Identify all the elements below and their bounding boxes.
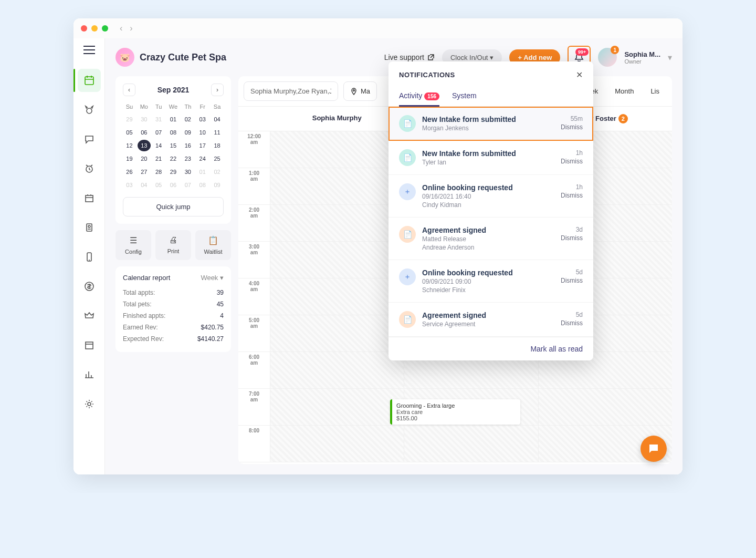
cal-prev[interactable]: ‹ — [123, 84, 135, 96]
notification-dismiss[interactable]: Dismiss — [561, 123, 583, 131]
cal-day[interactable]: 04 — [211, 113, 224, 125]
nav-calendar[interactable] — [78, 69, 101, 92]
notification-dismiss[interactable]: Dismiss — [561, 234, 583, 242]
history-back[interactable]: ‹ — [120, 24, 122, 33]
cal-day[interactable]: 20 — [138, 153, 151, 164]
cal-day[interactable]: 17 — [196, 140, 209, 151]
nav-reminders[interactable] — [78, 157, 101, 180]
window-maximize[interactable] — [102, 25, 108, 32]
schedule-cell[interactable] — [270, 315, 404, 352]
notification-item[interactable]: ＋ Online booking requested 09/16/2021 16… — [388, 175, 593, 218]
nav-records[interactable] — [78, 216, 101, 239]
cal-day[interactable]: 21 — [152, 153, 165, 164]
schedule-cell[interactable] — [538, 389, 672, 425]
cal-day[interactable]: 03 — [196, 113, 209, 125]
schedule-cell[interactable] — [270, 205, 404, 241]
cal-day[interactable]: 31 — [152, 113, 165, 125]
cal-day[interactable]: 29 — [167, 166, 180, 178]
schedule-cell[interactable] — [270, 131, 404, 168]
user-menu[interactable]: Sophia M... Owner — [624, 50, 660, 65]
nav-pets[interactable] — [78, 98, 101, 121]
nav-crown[interactable] — [78, 304, 101, 327]
cal-day[interactable]: 10 — [196, 127, 209, 138]
notification-item[interactable]: ＋ Online booking requested 09/09/2021 09… — [388, 260, 593, 303]
chat-fab[interactable] — [640, 436, 667, 462]
cal-day[interactable]: 04 — [138, 179, 151, 191]
quick-jump-button[interactable]: Quick jump — [123, 197, 224, 216]
cal-day[interactable]: 30 — [181, 166, 194, 178]
history-forward[interactable]: › — [130, 24, 132, 33]
notification-item[interactable]: 📄 New Intake form submitted Tyler Ian 1h… — [388, 141, 593, 175]
nav-phone[interactable] — [78, 245, 101, 268]
cal-day[interactable]: 03 — [123, 179, 136, 191]
config-button[interactable]: ☰Config — [116, 230, 151, 260]
cal-day[interactable]: 08 — [167, 127, 180, 138]
nav-settings[interactable] — [78, 392, 101, 416]
cal-day[interactable]: 23 — [181, 153, 194, 164]
cal-day[interactable]: 07 — [152, 127, 165, 138]
mark-all-read[interactable]: Mark all as read — [388, 337, 593, 360]
view-list[interactable]: Lis — [643, 83, 667, 99]
cal-day[interactable]: 05 — [152, 179, 165, 191]
staff-filter-input[interactable] — [244, 81, 338, 101]
nav-reports[interactable] — [78, 363, 101, 386]
cal-day[interactable]: 25 — [211, 153, 224, 164]
tab-system[interactable]: System — [452, 88, 477, 106]
report-period-select[interactable]: Week ▾ — [201, 274, 224, 282]
appointment-card[interactable]: Grooming - Extra large Extra care $155.0… — [390, 399, 520, 425]
cal-day[interactable]: 07 — [181, 179, 194, 191]
nav-billing[interactable] — [78, 275, 101, 298]
notification-item[interactable]: 📄 Agreement signed Matted Release Andrea… — [388, 218, 593, 260]
notification-dismiss[interactable]: Dismiss — [561, 192, 583, 199]
cal-day[interactable]: 06 — [167, 179, 180, 191]
cal-day[interactable]: 01 — [167, 113, 180, 125]
staff-column-header[interactable]: Sophia Murphy — [270, 107, 404, 131]
cal-day[interactable]: 01 — [196, 166, 209, 178]
cal-day[interactable]: 22 — [167, 153, 180, 164]
waitlist-button[interactable]: 📋Waitlist — [195, 230, 231, 260]
nav-messages[interactable] — [78, 128, 101, 151]
cal-day[interactable]: 09 — [211, 179, 224, 191]
cal-day[interactable]: 27 — [138, 166, 151, 178]
cal-day[interactable]: 02 — [211, 166, 224, 178]
map-button[interactable]: Ma — [343, 81, 377, 101]
cal-day[interactable]: 16 — [181, 140, 194, 151]
cal-day[interactable]: 30 — [138, 113, 151, 125]
schedule-cell[interactable] — [404, 426, 538, 462]
nav-store[interactable] — [78, 334, 101, 357]
cal-day[interactable]: 06 — [138, 127, 151, 138]
user-avatar[interactable]: 1 — [598, 48, 617, 67]
menu-toggle[interactable] — [83, 46, 95, 54]
cal-day[interactable]: 09 — [181, 127, 194, 138]
schedule-cell[interactable] — [270, 426, 404, 462]
cal-day[interactable]: 11 — [211, 127, 224, 138]
view-month[interactable]: Month — [607, 83, 641, 99]
schedule-cell[interactable] — [270, 168, 404, 204]
window-close[interactable] — [81, 25, 87, 32]
schedule-cell[interactable] — [270, 352, 404, 388]
print-button[interactable]: 🖨Print — [155, 230, 191, 260]
notification-dismiss[interactable]: Dismiss — [561, 158, 583, 165]
cal-day[interactable]: 12 — [123, 140, 136, 151]
cal-day[interactable]: 29 — [123, 113, 136, 125]
cal-next[interactable]: › — [211, 84, 224, 96]
cal-day[interactable]: 18 — [211, 140, 224, 151]
schedule-cell[interactable] — [270, 242, 404, 278]
cal-day[interactable]: 19 — [123, 153, 136, 164]
nav-schedule[interactable] — [78, 187, 101, 210]
cal-day[interactable]: 13 — [138, 140, 151, 151]
cal-day[interactable]: 24 — [196, 153, 209, 164]
cal-day[interactable]: 05 — [123, 127, 136, 138]
cal-day[interactable]: 08 — [196, 179, 209, 191]
window-minimize[interactable] — [91, 25, 98, 32]
notification-item[interactable]: 📄 Agreement signed Service Agreement 5d … — [388, 303, 593, 337]
tab-activity[interactable]: Activity156 — [399, 88, 439, 106]
notification-dismiss[interactable]: Dismiss — [561, 319, 583, 327]
schedule-cell[interactable] — [270, 389, 404, 425]
cal-day[interactable]: 15 — [167, 140, 180, 151]
notification-item[interactable]: 📄 New Intake form submitted Morgan Jenke… — [388, 107, 593, 141]
live-support-link[interactable]: Live support — [384, 53, 435, 61]
cal-day[interactable]: 26 — [123, 166, 136, 178]
notification-dismiss[interactable]: Dismiss — [561, 277, 583, 284]
cal-day[interactable]: 28 — [152, 166, 165, 178]
